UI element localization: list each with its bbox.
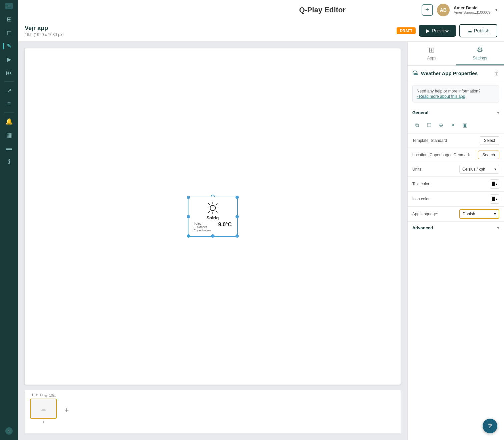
advanced-section: Advanced ▾ <box>408 221 504 234</box>
icon-color-row: Icon color: ▾ <box>408 191 504 206</box>
slide-thumb-placeholder: ☁ <box>41 406 46 412</box>
delete-icon[interactable]: 🗑 <box>494 70 499 76</box>
resize-handle-ml[interactable] <box>187 215 190 218</box>
svg-line-5 <box>208 203 210 205</box>
sidebar-divider-2 <box>4 113 14 113</box>
tool-duplicate-icon[interactable]: ⊕ <box>436 121 446 130</box>
publish-button[interactable]: ☁ Publish <box>459 24 497 37</box>
slide-eye-icon: ◎ <box>44 393 48 397</box>
resize-handle-mr[interactable] <box>235 215 239 218</box>
cloud-icon: ☁ <box>467 28 472 33</box>
units-row: Units: Celsius / kph ▾ <box>408 162 504 176</box>
help-float-button[interactable]: ? <box>483 419 497 433</box>
sidebar-item-dashboard[interactable]: ⊞ <box>3 13 15 25</box>
app-title: Q-Play Editor <box>223 6 422 14</box>
panel-tabs: ⊞ Apps ⚙ Settings <box>408 42 504 66</box>
sidebar-item-calendar[interactable]: ≡ <box>3 98 15 110</box>
slide-move-icon: ⬆ <box>35 393 38 397</box>
svg-line-6 <box>216 211 217 213</box>
help-text: Need any help or more information? <box>417 89 480 93</box>
user-menu-chevron-icon[interactable]: ▾ <box>495 8 497 12</box>
icon-color-picker[interactable]: ▾ <box>490 194 499 204</box>
resize-handle-bl[interactable] <box>187 234 190 238</box>
template-row: Template: Standard Select <box>408 133 504 148</box>
main-area: Q-Play Editor + AB Amer Besic Amer Suppo… <box>18 0 504 440</box>
draft-badge: DRAFT <box>397 27 416 34</box>
user-sub: Amer Suppo...[100009] <box>454 10 491 14</box>
sidebar-item-content[interactable]: ◻ <box>3 27 15 39</box>
weather-widget[interactable]: Solrig I dag 3. oktober Copenhagen 9.0°C <box>188 197 238 237</box>
advanced-section-header[interactable]: Advanced ▾ <box>408 222 504 234</box>
weather-location: Copenhagen <box>194 229 211 232</box>
lang-row: App language: Danish ▾ <box>408 206 504 221</box>
advanced-chevron-icon: ▾ <box>497 225 499 230</box>
preview-button[interactable]: ▶ Preview <box>419 25 456 37</box>
icon-color-swatch <box>492 197 495 201</box>
sidebar-item-editor[interactable]: ✎ <box>3 40 15 52</box>
general-section-title: General <box>412 110 497 115</box>
panel-header: 🌤 Weather App Properties 🗑 <box>408 66 504 81</box>
resize-handle-tl[interactable] <box>187 196 190 199</box>
avatar: AB <box>437 4 450 16</box>
weather-app-icon: 🌤 <box>412 70 418 77</box>
sidebar-item-schedule[interactable]: ⏮ <box>3 67 15 79</box>
tab-apps[interactable]: ⊞ Apps <box>408 42 456 65</box>
tool-copy-icon[interactable]: ⧉ <box>412 121 422 130</box>
weather-day: I dag <box>194 222 211 225</box>
resize-handle-br[interactable] <box>235 234 239 238</box>
tool-transform-icon[interactable]: ✦ <box>448 121 458 130</box>
units-chevron-icon: ▾ <box>494 167 496 172</box>
resize-handle-tr[interactable] <box>235 196 239 199</box>
slide-upload-icon: ⬆ <box>31 393 34 397</box>
sidebar-toggle-arrow[interactable]: › <box>5 427 13 435</box>
help-link[interactable]: - Read more about this app <box>417 94 495 99</box>
sidebar-item-reports[interactable]: ▦ <box>3 129 15 141</box>
slide-thumbnail[interactable]: ☁ <box>30 399 57 419</box>
text-color-picker[interactable]: ▾ <box>490 179 499 189</box>
panel-title: Weather App Properties <box>421 70 491 76</box>
tool-screen-icon[interactable]: ▣ <box>460 121 470 130</box>
timeline-area: ⬆ ⬆ ⚙ ◎ 10s. ☁ 1 + <box>25 390 401 433</box>
slide-icons: ⬆ ⬆ ⚙ ◎ 10s. <box>31 393 56 397</box>
editor-container: Vejr app 16:9 (1920 x 1080 px) DRAFT ▶ P… <box>18 20 504 440</box>
sidebar-item-play[interactable]: ▶ <box>3 53 15 65</box>
sidebar-item-displays[interactable]: ▬ <box>3 142 15 154</box>
location-row: Location: Copenhagen Denmark Search <box>408 148 504 162</box>
icon-color-label: Icon color: <box>412 197 487 201</box>
canvas-toolbar: Vejr app 16:9 (1920 x 1080 px) DRAFT ▶ P… <box>18 20 504 42</box>
apps-tab-label: Apps <box>427 56 436 60</box>
play-icon: ▶ <box>426 28 430 33</box>
text-color-swatch <box>492 182 495 186</box>
advanced-section-title: Advanced <box>412 225 497 230</box>
sidebar-item-share[interactable]: ↗ <box>3 84 15 96</box>
tool-paste-icon[interactable]: ❐ <box>424 121 434 130</box>
sidebar-item-notifications[interactable]: 🔔 <box>3 116 15 128</box>
settings-tab-label: Settings <box>473 56 487 60</box>
select-button[interactable]: Select <box>480 136 499 145</box>
units-label: Units: <box>412 167 457 172</box>
resize-handle-bm[interactable] <box>211 234 214 238</box>
search-button[interactable]: Search <box>478 151 499 159</box>
sidebar-item-info[interactable]: ℹ <box>3 156 15 168</box>
slide-duration: 10s. <box>49 393 56 397</box>
user-info: Amer Besic Amer Suppo...[100009] <box>454 5 491 14</box>
general-chevron-icon: ▾ <box>497 110 499 115</box>
canvas-wrapper[interactable]: Solrig I dag 3. oktober Copenhagen 9.0°C <box>25 48 401 385</box>
add-button[interactable]: + <box>422 4 433 16</box>
icon-color-chevron-icon: ▾ <box>496 197 497 201</box>
settings-tab-icon: ⚙ <box>477 46 483 54</box>
user-name: Amer Besic <box>454 5 491 10</box>
canvas-actions: DRAFT ▶ Preview ☁ Publish <box>397 24 497 37</box>
sidebar: ··· ⊞ ◻ ✎ ▶ ⏮ ↗ ≡ 🔔 ▦ ▬ ℹ › <box>0 0 18 440</box>
lang-select[interactable]: Danish ▾ <box>459 209 499 219</box>
header-right: + AB Amer Besic Amer Suppo...[100009] ▾ <box>422 4 497 16</box>
weather-temp: 9.0°C <box>218 222 231 228</box>
add-slide-button[interactable]: + <box>61 400 73 420</box>
text-color-label: Text color: <box>412 182 487 186</box>
icon-toolbar: ⧉ ❐ ⊕ ✦ ▣ <box>408 119 504 133</box>
general-section-header[interactable]: General ▾ <box>408 106 504 119</box>
widget-frame[interactable]: Solrig I dag 3. oktober Copenhagen 9.0°C <box>188 197 238 237</box>
help-box: Need any help or more information? - Rea… <box>412 85 499 102</box>
units-select[interactable]: Celsius / kph ▾ <box>459 165 499 174</box>
tab-settings[interactable]: ⚙ Settings <box>456 42 504 65</box>
